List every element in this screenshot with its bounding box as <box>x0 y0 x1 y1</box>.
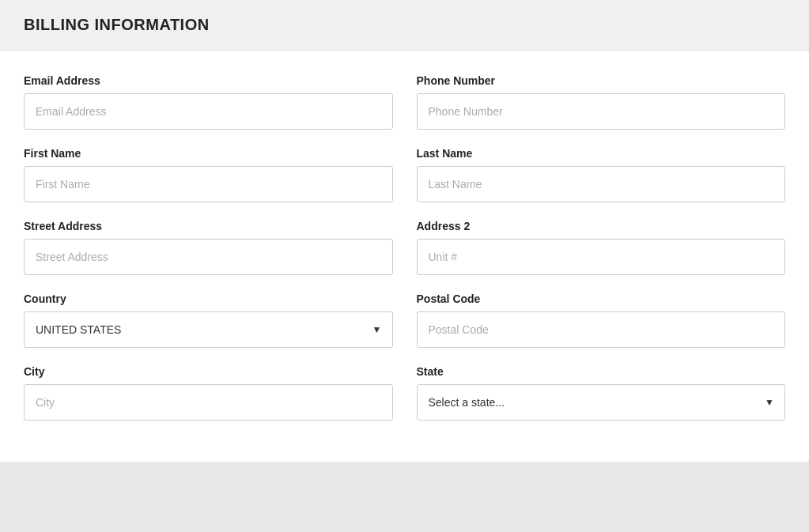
billing-form: Email Address Phone Number First Name La… <box>0 51 809 462</box>
email-group: Email Address <box>24 74 393 130</box>
last-name-label: Last Name <box>417 147 786 160</box>
page-title: BILLING INFORMATION <box>24 16 785 34</box>
form-grid: Email Address Phone Number First Name La… <box>24 74 785 438</box>
phone-label: Phone Number <box>417 74 786 87</box>
postal-code-group: Postal Code <box>417 292 786 348</box>
city-label: City <box>24 365 393 378</box>
address2-label: Address 2 <box>417 220 786 232</box>
postal-code-label: Postal Code <box>417 292 786 305</box>
first-name-group: First Name <box>24 147 393 202</box>
state-select[interactable]: Select a state... Alabama Alaska Arizona… <box>417 384 786 421</box>
address2-group: Address 2 <box>417 220 786 275</box>
phone-group: Phone Number <box>417 74 786 130</box>
country-group: Country UNITED STATES CANADA UNITED KING… <box>24 292 393 348</box>
state-label: State <box>417 365 786 378</box>
phone-input[interactable] <box>417 93 786 130</box>
email-input[interactable] <box>24 93 393 130</box>
email-label: Email Address <box>24 74 393 87</box>
first-name-label: First Name <box>24 147 393 160</box>
state-group: State Select a state... Alabama Alaska A… <box>417 365 786 421</box>
street-address-group: Street Address <box>24 220 393 275</box>
postal-code-input[interactable] <box>417 311 786 348</box>
page-wrapper: BILLING INFORMATION Email Address Phone … <box>0 0 809 532</box>
street-address-input[interactable] <box>24 239 393 275</box>
first-name-input[interactable] <box>24 166 393 202</box>
last-name-group: Last Name <box>417 147 786 202</box>
city-group: City <box>24 365 393 421</box>
country-select[interactable]: UNITED STATES CANADA UNITED KINGDOM AUST… <box>24 311 393 348</box>
address2-input[interactable] <box>417 239 786 275</box>
country-label: Country <box>24 292 393 305</box>
state-select-wrapper: Select a state... Alabama Alaska Arizona… <box>417 384 786 421</box>
city-input[interactable] <box>24 384 393 421</box>
country-select-wrapper: UNITED STATES CANADA UNITED KINGDOM AUST… <box>24 311 393 348</box>
header-bar: BILLING INFORMATION <box>0 0 809 51</box>
street-address-label: Street Address <box>24 220 393 232</box>
last-name-input[interactable] <box>417 166 786 202</box>
